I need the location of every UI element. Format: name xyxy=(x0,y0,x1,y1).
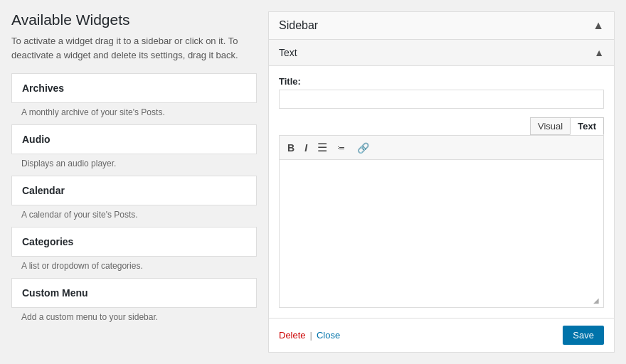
sidebar-header: Sidebar ▲ xyxy=(269,12,614,40)
link-button[interactable]: 🔗 xyxy=(354,140,373,156)
widget-item[interactable]: Audio xyxy=(11,124,257,154)
ordered-list-button[interactable]: ≔ xyxy=(334,141,351,155)
text-widget-panel: Text ▲ Title: Visual Text B I ☰ ≔ xyxy=(269,40,614,352)
bold-button[interactable]: B xyxy=(284,140,298,156)
widget-item[interactable]: Calendar xyxy=(11,176,257,205)
sidebar-panel: Sidebar ▲ Text ▲ Title: Visual Text B I … xyxy=(268,11,615,353)
title-input[interactable] xyxy=(279,90,604,109)
widget-list: ArchivesA monthly archive of your site's… xyxy=(11,73,257,329)
text-widget-label: Text xyxy=(279,47,297,58)
footer-links: Delete | Close xyxy=(279,330,340,341)
editor-toolbar: B I ☰ ≔ 🔗 xyxy=(280,136,603,160)
widget-desc: A calendar of your site's Posts. xyxy=(11,205,257,227)
sidebar-title: Sidebar xyxy=(279,19,318,32)
editor-content[interactable]: ◢ xyxy=(280,160,603,307)
svg-text:≔: ≔ xyxy=(337,144,345,152)
tab-text[interactable]: Text xyxy=(570,117,604,135)
widget-desc: Add a custom menu to your sidebar. xyxy=(11,308,257,329)
widget-item[interactable]: Categories xyxy=(11,227,257,257)
italic-button[interactable]: I xyxy=(301,140,311,156)
panel-title: Available Widgets xyxy=(11,11,257,28)
save-button[interactable]: Save xyxy=(563,326,604,345)
close-link[interactable]: Close xyxy=(317,330,340,341)
editor-wrapper: B I ☰ ≔ 🔗 ◢ xyxy=(279,135,604,308)
unordered-list-button[interactable]: ☰ xyxy=(314,139,331,156)
title-field-label: Title: xyxy=(279,76,604,87)
text-widget-collapse-icon[interactable]: ▲ xyxy=(594,47,604,58)
widget-desc: A list or dropdown of categories. xyxy=(11,257,257,278)
text-widget-header: Text ▲ xyxy=(269,40,614,66)
widget-item[interactable]: Custom Menu xyxy=(11,278,257,308)
widget-desc: Displays an audio player. xyxy=(11,154,257,176)
widget-desc: A monthly archive of your site's Posts. xyxy=(11,103,257,124)
widget-footer: Delete | Close Save xyxy=(269,318,614,352)
widget-body: Title: Visual Text B I ☰ ≔ 🔗 xyxy=(269,66,614,318)
resize-handle[interactable]: ◢ xyxy=(593,297,602,306)
widget-item[interactable]: Archives xyxy=(11,73,257,103)
footer-separator: | xyxy=(310,330,312,341)
sidebar-collapse-icon[interactable]: ▲ xyxy=(593,19,604,32)
editor-tabs: Visual Text xyxy=(279,117,604,135)
tab-visual[interactable]: Visual xyxy=(530,117,570,135)
panel-description: To activate a widget drag it to a sideba… xyxy=(11,34,257,62)
delete-link[interactable]: Delete xyxy=(279,330,306,341)
available-widgets-panel: Available Widgets To activate a widget d… xyxy=(11,11,257,353)
